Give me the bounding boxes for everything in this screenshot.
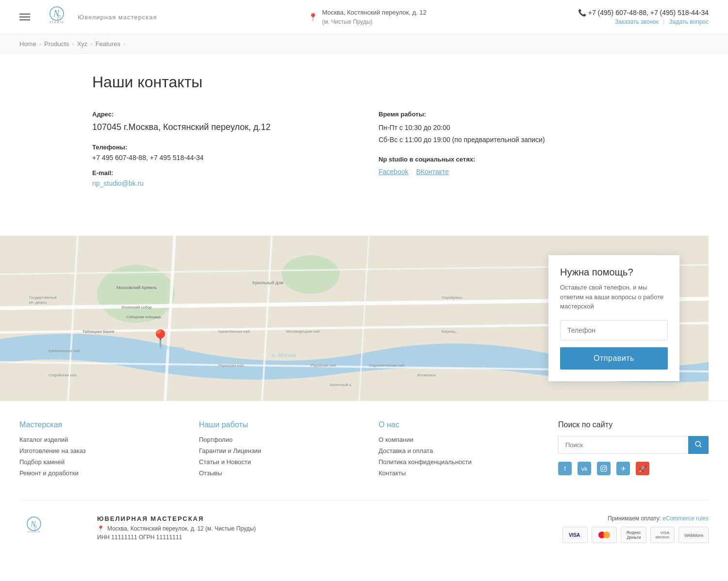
- email-link[interactable]: np_studio@bk.ru: [92, 179, 144, 187]
- svg-text:Садовническая наб.: Садовническая наб.: [369, 363, 406, 368]
- company-address-text: Москва, Костянский переулок, д. 12 (м. Ч…: [107, 525, 256, 532]
- logo-area[interactable]: N p studio Ювелирная мастерская: [40, 5, 157, 29]
- map-section: Московский Кремль Успенский собор Соборн…: [0, 236, 709, 401]
- search-box: [558, 436, 709, 454]
- ask-question-link[interactable]: Задать вопрос: [669, 18, 709, 25]
- svg-text:Кукольный дом: Кукольный дом: [252, 280, 283, 285]
- breadcrumb-features[interactable]: Features: [96, 40, 120, 48]
- footer-col1-item-1[interactable]: Каталог изделий: [19, 436, 170, 443]
- telegram-social-icon[interactable]: ✈: [616, 462, 630, 475]
- breadcrumb-products[interactable]: Products: [44, 40, 69, 48]
- facebook-link[interactable]: Facebook: [379, 168, 408, 176]
- footer-col2-item-2[interactable]: Гарантии и Лицензии: [199, 447, 349, 454]
- footer: Мастерская Каталог изделий Изготовление …: [0, 401, 728, 558]
- hours-line1: Пн-Пт с 10:30 до 20:00: [379, 122, 636, 134]
- footer-logo-svg: N p studio: [19, 515, 49, 537]
- mastercard-icon: [592, 527, 617, 543]
- vkontakte-link[interactable]: ВКонтакте: [416, 168, 448, 176]
- header-address-section: 📍 Москва, Костянский переулок, д. 12 (м.…: [308, 8, 426, 26]
- footer-col1-item-4[interactable]: Ремонт и доработки: [19, 469, 170, 477]
- svg-text:p: p: [57, 13, 61, 20]
- svg-point-36: [695, 441, 700, 446]
- svg-text:мл. дворец: мл. дворец: [29, 301, 47, 305]
- metro-line: (м. Чистые Пруды): [322, 17, 426, 26]
- call-order-link[interactable]: Заказать звонок: [615, 18, 659, 25]
- search-button[interactable]: [688, 436, 709, 454]
- hours-line2: Сб-Вс с 11:00 до 19:00 (по предварительн…: [379, 134, 636, 146]
- footer-col2-item-3[interactable]: Статьи и Новости: [199, 458, 349, 466]
- svg-text:📍: 📍: [149, 328, 171, 349]
- separator: |: [663, 18, 664, 25]
- logo-image: N p studio: [40, 5, 74, 29]
- footer-col2-title: Наши работы: [199, 420, 349, 429]
- vk-social-icon[interactable]: vk: [578, 462, 591, 475]
- company-address: 📍 Москва, Костянский переулок, д. 12 (м.…: [97, 525, 393, 532]
- footer-col1-item-2[interactable]: Изготовление на заказ: [19, 447, 170, 454]
- svg-text:WebMoney: WebMoney: [684, 533, 703, 538]
- svg-text:Раушская наб.: Раушская наб.: [218, 363, 245, 368]
- phone-icon: 📞: [578, 9, 586, 16]
- visa-logo: VISA: [568, 531, 582, 539]
- footer-col3-item-2[interactable]: Доставка и оплата: [379, 447, 529, 454]
- instagram-social-icon[interactable]: [597, 462, 611, 475]
- footer-col2-item-1[interactable]: Портфолио: [199, 436, 349, 443]
- contact-phones: +7 495 607-48-88, +7 495 518-44-34: [92, 154, 349, 161]
- svg-text:Болотный о.: Болотный о.: [330, 383, 352, 387]
- svg-point-39: [602, 467, 605, 470]
- footer-col3-title: О нас: [379, 420, 529, 429]
- svg-text:Успенский собор: Успенский собор: [121, 305, 152, 309]
- footer-col3-item-4[interactable]: Контакты: [379, 469, 529, 477]
- breadcrumb-xyz[interactable]: Xyz: [77, 40, 88, 48]
- visa-icon: VISA: [563, 527, 588, 543]
- instagram-icon: [600, 465, 607, 472]
- hamburger-menu[interactable]: [19, 14, 30, 20]
- company-name: ЮВЕЛИРНАЯ МАСТЕРСКАЯ: [97, 515, 393, 522]
- ecommerce-link[interactable]: eCommerce rules: [662, 515, 709, 522]
- svg-text:Кремлёвская наб.: Кремлёвская наб.: [49, 349, 81, 353]
- breadcrumb-home[interactable]: Home: [19, 40, 36, 48]
- social-links: Facebook ВКонтакте: [379, 168, 636, 176]
- svg-text:Берниц...: Берниц...: [442, 329, 458, 334]
- footer-logo[interactable]: N p studio: [19, 515, 78, 537]
- footer-col1-item-3[interactable]: Подбор камней: [19, 458, 170, 466]
- company-pin-icon: 📍: [97, 525, 104, 532]
- company-inn: ИНН 11111111 ОГРН 11111111: [97, 534, 393, 541]
- breadcrumb-sep-2: ›: [72, 40, 74, 48]
- footer-col3-item-3[interactable]: Политика конфиденциальности: [379, 458, 529, 466]
- footer-search-col: Поиск по сайту f vk: [558, 420, 709, 481]
- footer-company-info: ЮВЕЛИРНАЯ МАСТЕРСКАЯ 📍 Москва, Костянски…: [97, 515, 393, 541]
- breadcrumb-sep-4: ›: [123, 40, 125, 48]
- contact-right: Время работы: Пн-Пт с 10:30 до 20:00 Сб-…: [379, 111, 636, 187]
- search-input[interactable]: [558, 436, 688, 454]
- phones-label: Телефоны:: [92, 144, 349, 151]
- svg-text:VISA: VISA: [569, 533, 580, 538]
- svg-text:Тайницкая башня: Тайницкая башня: [83, 329, 115, 334]
- footer-col3-item-1[interactable]: О компании: [379, 436, 529, 443]
- svg-point-5: [97, 265, 175, 323]
- footer-col-masterskaya: Мастерская Каталог изделий Изготовление …: [19, 420, 170, 481]
- logo-tagline: Ювелирная мастерская: [78, 14, 157, 21]
- email-label: E-mail:: [92, 169, 349, 177]
- help-phone-input[interactable]: [560, 320, 668, 340]
- svg-text:studio: studio: [50, 20, 65, 24]
- address-line1: Москва, Костянский переулок, д. 12: [322, 8, 426, 17]
- extra-social-icon[interactable]: 🚀: [636, 462, 649, 475]
- svg-rect-38: [601, 466, 607, 471]
- breadcrumb: Home › Products › Xyz › Features ›: [0, 34, 728, 54]
- yandex-icon: ЯндексДеньги: [621, 527, 646, 543]
- breadcrumb-sep-3: ›: [90, 40, 92, 48]
- svg-line-37: [700, 446, 701, 447]
- facebook-social-icon[interactable]: f: [558, 462, 572, 475]
- contact-info: Адрес: 107045 г.Москва, Костянский переу…: [92, 111, 636, 187]
- address-label: Адрес:: [92, 111, 349, 118]
- mastercard-logo: [597, 531, 612, 539]
- svg-text:р. Москва: р. Москва: [271, 352, 296, 358]
- footer-search-title: Поиск по сайту: [558, 420, 709, 429]
- footer-col2-item-4[interactable]: Отзывы: [199, 469, 349, 477]
- footer-col-works: Наши работы Портфолио Гарантии и Лицензи…: [199, 420, 349, 481]
- footer-col1-list: Каталог изделий Изготовление на заказ По…: [19, 436, 170, 477]
- svg-text:Московский Кремль: Московский Кремль: [116, 285, 157, 290]
- hours-label: Время работы:: [379, 111, 636, 118]
- footer-col2-list: Портфолио Гарантии и Лицензии Статьи и Н…: [199, 436, 349, 477]
- help-submit-button[interactable]: Отправить: [560, 347, 668, 370]
